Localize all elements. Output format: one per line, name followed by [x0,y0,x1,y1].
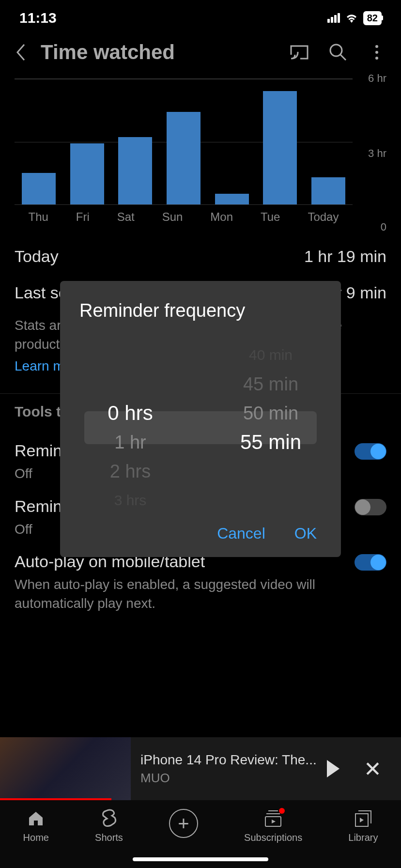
picker-item-selected: 55 min [200,428,341,457]
dialog-title: Reminder frequency [60,300,341,341]
picker-item: 3 hrs [60,486,200,515]
picker-item-selected: 0 hrs [60,399,200,428]
ok-button[interactable]: OK [294,525,317,542]
hours-picker[interactable]: 0 hrs 1 hr 2 hrs 3 hrs [60,341,200,515]
minutes-picker[interactable]: 40 min 45 min 50 min 55 min [200,341,341,515]
picker-item: 50 min [200,399,341,428]
modal-overlay: Reminder frequency 0 hrs 1 hr 2 hrs 3 hr… [0,0,401,868]
picker-item: 1 hr [60,428,200,457]
reminder-frequency-dialog: Reminder frequency 0 hrs 1 hr 2 hrs 3 hr… [60,281,341,557]
cancel-button[interactable]: Cancel [217,525,265,542]
picker-item: 2 hrs [60,457,200,486]
picker-item: 40 min [200,341,341,370]
picker-item: 45 min [200,370,341,399]
